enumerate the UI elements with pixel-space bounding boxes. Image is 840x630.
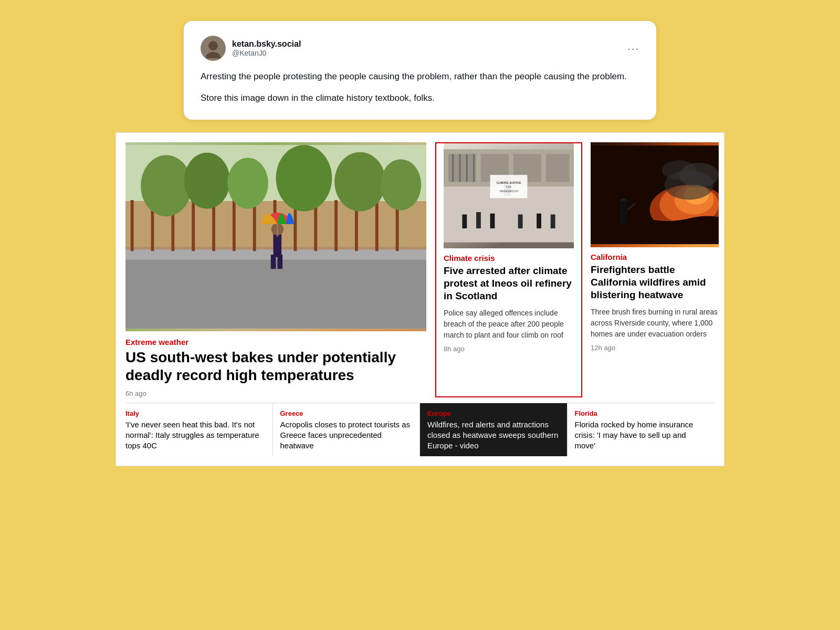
svg-rect-49 [490, 214, 495, 228]
svg-rect-52 [551, 215, 555, 229]
right-article-summary: Three brush fires burning in rural areas… [591, 307, 719, 340]
svg-rect-27 [271, 255, 276, 269]
main-article-category: Extreme weather [125, 338, 426, 346]
main-article-headline: US south-west bakes under potentially de… [125, 349, 426, 384]
avatar [201, 36, 226, 61]
svg-rect-36 [546, 154, 569, 182]
bottom-article-italy[interactable]: Italy 'I've never seen heat this bad. It… [125, 403, 273, 457]
middle-article-image: CLIMATE JUSTICE FOR GRANGEMOUTH [444, 143, 574, 248]
svg-text:CLIMATE JUSTICE: CLIMATE JUSTICE [497, 181, 521, 184]
tweet-text-line1: Arresting the people protesting the peop… [201, 69, 639, 83]
italy-category: Italy [125, 410, 265, 417]
bottom-article-florida[interactable]: Florida Florida rocked by home insurance… [568, 403, 715, 457]
svg-point-20 [141, 155, 192, 217]
italy-headline: 'I've never seen heat this bad. It's not… [125, 419, 265, 452]
greece-headline: Acropolis closes to protect tourists as … [280, 419, 413, 452]
europe-headline: Wildfires, red alerts and attractions cl… [427, 419, 560, 452]
svg-rect-61 [620, 205, 627, 225]
right-article-headline: Firefighters battle California wildfires… [591, 264, 719, 301]
svg-point-22 [227, 158, 268, 209]
news-grid-top: Extreme weather US south-west bakes unde… [125, 142, 715, 397]
tweet-user-info: ketan.bsky.social @KetanJ0 [232, 39, 301, 57]
main-article-image [125, 142, 426, 331]
svg-rect-50 [518, 215, 523, 229]
article-right[interactable]: California Firefighters battle Californi… [582, 142, 719, 397]
svg-rect-28 [277, 255, 282, 269]
svg-rect-26 [274, 235, 282, 258]
tweet-display-name: ketan.bsky.social [232, 39, 301, 49]
svg-point-25 [381, 160, 422, 211]
svg-rect-16 [334, 200, 338, 251]
middle-article-category: Climate crisis [444, 254, 574, 262]
svg-rect-11 [233, 200, 236, 251]
tweet-card: ketan.bsky.social @KetanJ0 ··· Arresting… [184, 21, 656, 120]
main-article-time: 6h ago [125, 390, 426, 397]
svg-rect-51 [537, 214, 541, 228]
florida-category: Florida [575, 410, 708, 417]
tweet-header: ketan.bsky.social @KetanJ0 ··· [201, 36, 639, 61]
bottom-article-greece[interactable]: Greece Acropolis closes to protect touri… [273, 403, 421, 457]
bottom-article-europe[interactable]: Europe Wildfires, red alerts and attract… [420, 403, 568, 457]
news-grid-bottom: Italy 'I've never seen heat this bad. It… [125, 403, 715, 457]
svg-point-0 [208, 41, 218, 50]
greece-category: Greece [280, 410, 413, 417]
svg-rect-18 [375, 200, 379, 251]
middle-article-time: 8h ago [444, 345, 574, 353]
europe-category: Europe [427, 410, 560, 417]
svg-point-24 [334, 152, 385, 212]
tweet-body: Arresting the people protesting the peop… [201, 69, 639, 105]
page-wrapper: ketan.bsky.social @KetanJ0 ··· Arresting… [105, 21, 735, 466]
middle-article-summary: Police say alleged offences include brea… [444, 308, 574, 341]
svg-point-21 [184, 153, 230, 209]
svg-point-1 [206, 52, 220, 58]
florida-headline: Florida rocked by home insurance crisis:… [575, 419, 708, 452]
tweet-handle: @KetanJ0 [232, 49, 301, 57]
right-article-image [591, 142, 719, 247]
svg-rect-6 [131, 200, 134, 251]
article-main[interactable]: Extreme weather US south-west bakes unde… [125, 142, 435, 397]
tweet-text-line2: Store this image down in the climate his… [201, 91, 639, 105]
svg-rect-47 [462, 215, 467, 229]
right-article-time: 12h ago [591, 344, 719, 352]
svg-text:GRANGEMOUTH: GRANGEMOUTH [499, 190, 518, 193]
right-article-category: California [591, 253, 719, 261]
svg-point-60 [662, 161, 697, 181]
svg-text:FOR: FOR [506, 186, 511, 188]
svg-rect-9 [192, 200, 195, 251]
article-middle[interactable]: CLIMATE JUSTICE FOR GRANGEMOUTH Climate … [435, 142, 582, 397]
middle-article-headline: Five arrested after climate protest at I… [444, 265, 574, 302]
tweet-more-button[interactable]: ··· [627, 43, 639, 55]
news-container: Extreme weather US south-west bakes unde… [116, 132, 724, 466]
tweet-user: ketan.bsky.social @KetanJ0 [201, 36, 301, 61]
svg-rect-48 [476, 212, 481, 228]
svg-point-23 [276, 145, 332, 212]
